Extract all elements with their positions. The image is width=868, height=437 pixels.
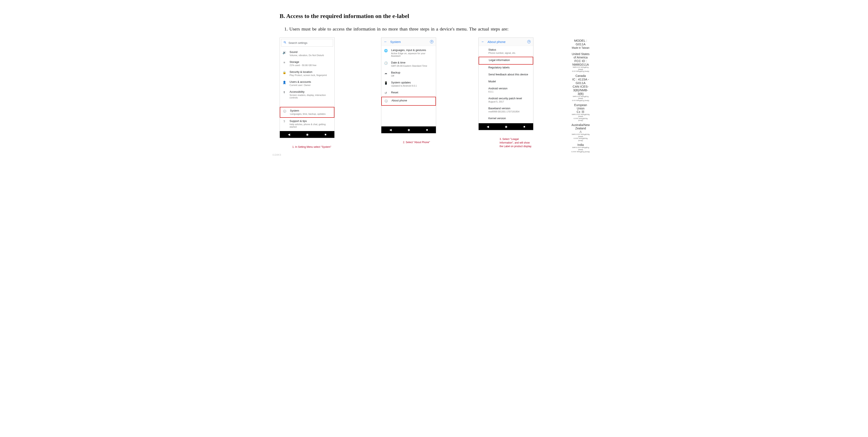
item-title: Sound — [289, 50, 332, 54]
nav-back-icon[interactable]: ◀ — [288, 133, 290, 136]
item-subtitle: 8.0.1 — [488, 90, 531, 93]
nav-home-icon[interactable]: ◉ — [408, 128, 410, 132]
cloud-icon: ☁ — [384, 71, 388, 75]
item-title: Reset — [391, 91, 433, 94]
search-settings[interactable]: Search settings — [281, 39, 333, 47]
phone-icon: 📱 — [384, 81, 388, 85]
item-subtitle: Off — [391, 75, 433, 77]
model-line: MODEL : G011A — [571, 39, 590, 46]
list-item[interactable]: ↺Reset — [381, 89, 436, 97]
can-ices: CAN ICES-3(B)/NMB-3(B) — [571, 85, 590, 95]
list-item[interactable]: ⓘAbout phone — [381, 97, 436, 106]
section-subtext: 1. Users must be able to access the info… — [284, 25, 572, 32]
list-item[interactable]: ⓘSystemLanguages, time, backup, updates — [280, 107, 334, 118]
us-sar-body: 0.XX W/Kg@1g (body) — [571, 70, 590, 72]
list-item[interactable]: ≡Storage21% used - 50.66 GB free — [280, 59, 334, 68]
item-subtitle: mw8998-001301-1707191854 — [488, 110, 531, 113]
list-item[interactable]: Regulatory labels — [478, 65, 533, 71]
in-sar-head: SAR:0.XXX W/Kg@1g (head) — [571, 147, 590, 150]
ce-mark-icon: Cε ☒ — [571, 110, 590, 114]
item-subtitle: Updated to Android 8.0.1 — [391, 85, 433, 87]
settings-screen: Search settings 🔊SoundVolume, vibration,… — [280, 37, 335, 138]
list-item[interactable]: Legal information — [478, 57, 533, 65]
item-subtitle: Screen readers, display, interaction con… — [289, 94, 332, 99]
item-subtitle: Volume, vibration, Do Not Disturb — [289, 54, 332, 57]
step-2-caption: 2. Select "About Phone" — [403, 141, 430, 144]
item-title: Regulatory labels — [488, 66, 531, 69]
step-1-caption: 1. In Setting Menu select "System" — [292, 145, 331, 149]
list-item[interactable]: ✝AccessibilityScreen readers, display, i… — [280, 88, 334, 101]
nav-recent-icon[interactable]: ■ — [426, 128, 428, 132]
list-item[interactable]: 🌐Languages, input & gesturesActive Edge … — [381, 47, 436, 59]
item-title: Backup — [391, 71, 433, 74]
item-title: Legal information — [489, 58, 530, 62]
nav-back-icon[interactable]: ◀ — [487, 125, 489, 128]
list-item[interactable]: 📱System updatesUpdated to Android 8.0.1 — [381, 79, 436, 89]
elabel-panel: MODEL : G011A Made in Taiwan United Stat… — [571, 37, 590, 153]
system-screen: ← System ? 🌐Languages, input & gesturesA… — [381, 37, 436, 134]
item-title: Languages, input & gestures — [391, 49, 433, 52]
item-subtitle: 21% used - 50.66 GB free — [289, 64, 332, 66]
back-arrow-icon[interactable]: ← — [481, 40, 485, 43]
lock-icon: 🔒 — [282, 71, 286, 74]
system-list: 🌐Languages, input & gesturesActive Edge … — [381, 46, 436, 107]
screen-header: ← About phone ? — [478, 38, 533, 46]
list-item[interactable]: 🕒Date & timeGMT-05:00 Eastern Standard T… — [381, 59, 436, 69]
about-list: StatusPhone number, signal, etc.Legal in… — [478, 46, 533, 123]
list-item[interactable]: Model — [478, 79, 533, 86]
android-navbar: ◀ ◉ ■ — [381, 126, 436, 133]
list-item[interactable]: Android version8.0.1 — [478, 86, 533, 95]
back-arrow-icon[interactable]: ← — [384, 40, 387, 43]
nav-home-icon[interactable]: ◉ — [306, 133, 309, 136]
item-title: Model — [488, 80, 531, 83]
screen-header: ← System ? — [381, 38, 436, 46]
list-item[interactable]: 👤Users & accountsCurrent user: Owner — [280, 79, 334, 88]
volume-icon: 🔊 — [282, 51, 286, 54]
list-item[interactable]: StatusPhone number, signal, etc. — [478, 47, 533, 57]
item-title: Send feedback about this device — [488, 73, 531, 76]
svg-point-0 — [284, 41, 285, 43]
list-item[interactable]: 🔊SoundVolume, vibration, Do Not Disturb — [280, 49, 334, 59]
accessibility-icon: ✝ — [282, 91, 286, 94]
item-title: Accessibility — [289, 90, 332, 93]
reset-icon: ↺ — [384, 91, 388, 95]
item-title: Support & tips — [289, 119, 332, 123]
clock-icon: 🕒 — [384, 61, 388, 65]
help-icon[interactable]: ? — [430, 40, 433, 43]
item-subtitle: Active Edge on, squeeze for your Assista… — [391, 52, 433, 57]
help-icon[interactable]: ? — [527, 40, 531, 43]
region-canada: Canada — [571, 74, 590, 78]
item-subtitle: August 5, 2017 — [488, 100, 531, 103]
list-item[interactable]: 🔒Security & locationPlay Protect, screen… — [280, 68, 334, 79]
about-phone-screen: ← About phone ? StatusPhone number, sign… — [478, 37, 533, 130]
list-item[interactable]: Baseband versionmw8998-001301-1707191854 — [478, 106, 533, 115]
nav-recent-icon[interactable]: ■ — [524, 125, 525, 128]
item-title: Date & time — [391, 61, 433, 64]
section-heading: B. Access to the required information on… — [280, 13, 588, 20]
item-title: Status — [488, 48, 531, 51]
item-title: Storage — [289, 60, 332, 63]
nav-recent-icon[interactable]: ■ — [324, 133, 327, 136]
made-in-line: Made in Taiwan — [571, 47, 590, 49]
nav-back-icon[interactable]: ◀ — [390, 128, 392, 132]
watermark: /LEAKS — [272, 153, 281, 156]
item-title: Security & location — [289, 70, 332, 74]
list-item[interactable]: Send feedback about this device — [478, 71, 533, 79]
step-2-column: ← System ? 🌐Languages, input & gesturesA… — [381, 37, 436, 144]
item-title: Android security patch level — [488, 97, 531, 100]
list-item[interactable]: ?Support & tipsHelp articles, phone & ch… — [280, 118, 334, 130]
nav-home-icon[interactable]: ◉ — [505, 125, 507, 128]
ca-sar-body: 0.XX W/Kg@1g (body) — [571, 99, 590, 101]
region-anz: Australia/New Zealand — [571, 123, 590, 130]
list-item[interactable]: Android security patch levelAugust 5, 20… — [478, 95, 533, 106]
screen-title: System — [390, 40, 427, 43]
ca-sar-head: SAR:0.XX W/Kg@1g (head) — [571, 95, 590, 99]
us-sar-head: SAR:0.XX W/Kg@1g (head) — [571, 66, 590, 70]
list-item[interactable]: Kernel version — [478, 115, 533, 122]
item-title: System updates — [391, 81, 433, 84]
region-us: United States of America — [571, 52, 590, 59]
item-title: Android version — [488, 87, 531, 90]
region-eu: European Union — [571, 103, 590, 110]
android-navbar: ◀ ◉ ■ — [478, 123, 533, 130]
list-item[interactable]: ☁BackupOff — [381, 69, 436, 79]
